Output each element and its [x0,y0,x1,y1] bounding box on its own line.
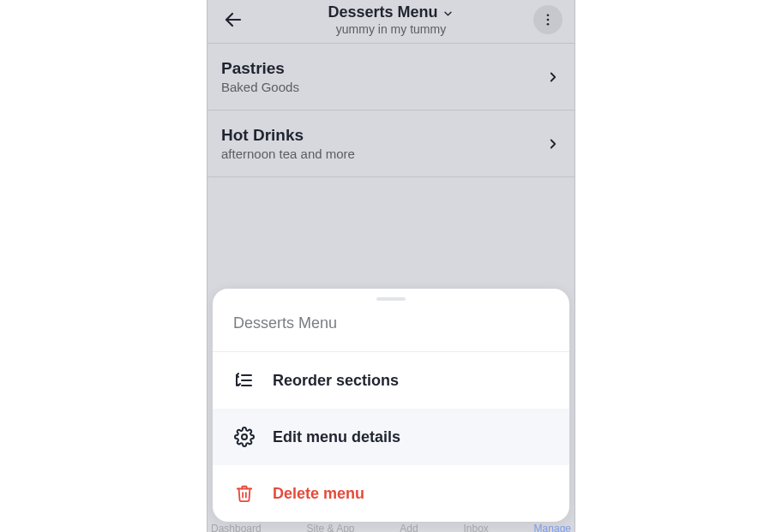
sheet-item-label: Delete menu [273,485,364,503]
section-text: Hot Drinks afternoon tea and more [221,126,545,161]
back-button[interactable] [220,6,247,33]
arrow-left-icon [223,9,244,30]
chevron-right-icon [545,136,561,152]
svg-point-8 [242,434,247,439]
header-title-block[interactable]: Desserts Menu yummy in my tummy [328,3,454,36]
chevron-right-icon [545,69,561,85]
sheet-title: Desserts Menu [213,306,569,352]
sheet-drag-handle[interactable] [376,297,406,301]
sheet-item-edit-menu-details[interactable]: Edit menu details [213,409,569,465]
trash-icon [233,482,256,505]
nav-item[interactable]: Manage [534,523,571,532]
section-subtitle: Baked Goods [221,80,545,94]
svg-point-3 [547,23,550,26]
svg-point-1 [547,14,550,16]
action-sheet: Desserts Menu Reorder sections [213,289,569,522]
section-row-hot-drinks[interactable]: Hot Drinks afternoon tea and more [208,111,574,177]
section-text: Pastries Baked Goods [221,59,545,94]
gear-icon [233,426,256,448]
app-frame: Desserts Menu yummy in my tummy Pastries… [207,0,575,532]
section-subtitle: afternoon tea and more [221,146,545,161]
svg-point-2 [547,19,550,21]
nav-item[interactable]: Dashboard [211,523,262,532]
header-title: Desserts Menu [328,3,437,21]
chevron-down-icon [442,8,454,20]
nav-item[interactable]: Inbox [463,523,488,532]
header: Desserts Menu yummy in my tummy [208,0,574,43]
nav-item[interactable]: Add [400,523,418,532]
more-vertical-icon [540,12,556,27]
nav-item[interactable]: Site & App [307,523,355,532]
header-subtitle: yummy in my tummy [328,22,454,36]
reorder-icon [233,369,256,392]
sheet-item-label: Reorder sections [273,372,399,390]
section-title: Hot Drinks [221,126,545,145]
section-title: Pastries [221,59,545,78]
sheet-item-label: Edit menu details [273,428,400,446]
bottom-nav: Dashboard Site & App Add Inbox Manage [208,523,574,532]
more-options-button[interactable] [533,5,562,34]
sheet-item-delete-menu[interactable]: Delete menu [213,465,569,522]
section-row-pastries[interactable]: Pastries Baked Goods [208,44,574,111]
sheet-item-reorder-sections[interactable]: Reorder sections [213,352,569,409]
